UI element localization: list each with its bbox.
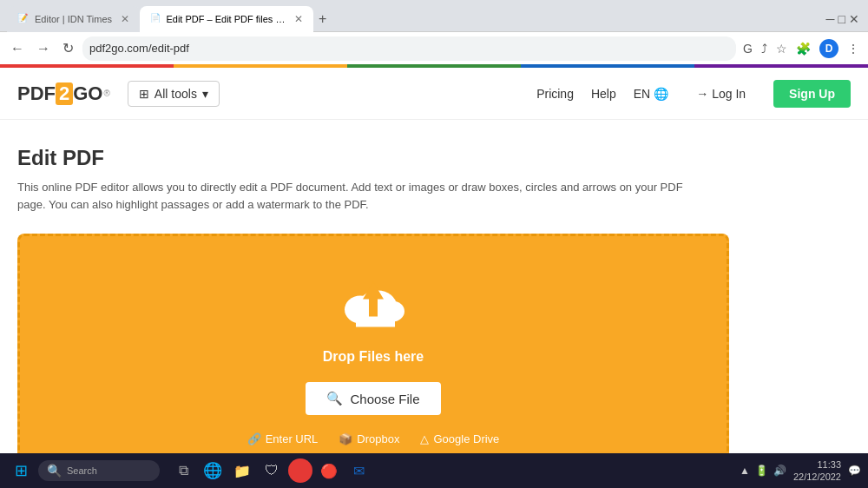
color-bar-red: [0, 64, 174, 68]
taskbar-app-edge[interactable]: 🌐: [200, 458, 226, 484]
tab-1[interactable]: 📝 Editor | IDN Times ✕: [7, 6, 140, 32]
windows-logo-icon: ⊞: [15, 461, 28, 480]
taskbar-date: 22/12/2022: [793, 471, 841, 483]
tab-1-favicon: 📝: [17, 13, 30, 25]
taskbar-search-icon: 🔍: [47, 464, 62, 478]
page-description: This online PDF editor allows you to dir…: [17, 179, 712, 213]
enter-url-link[interactable]: 🔗 Enter URL: [247, 432, 319, 445]
forward-button[interactable]: →: [33, 39, 54, 58]
reload-button[interactable]: ↻: [59, 38, 77, 58]
taskbar-search-text: Search: [67, 465, 97, 476]
taskbar-app-security[interactable]: 🛡: [259, 458, 285, 484]
taskbar-app-multiwindow[interactable]: ⧉: [170, 458, 196, 484]
color-bar-yellow: [174, 64, 347, 68]
search-icon: 🔍: [326, 391, 343, 406]
taskbar-search[interactable]: 🔍 Search: [38, 460, 160, 481]
logo-pdf: PDF: [17, 82, 56, 105]
taskbar-app-chrome[interactable]: 🔴: [316, 458, 342, 484]
extensions-icon[interactable]: 🧩: [794, 40, 812, 57]
tab-1-title: Editor | IDN Times: [35, 14, 112, 24]
page-title: Edit PDF: [17, 146, 816, 170]
maximize-button[interactable]: □: [837, 10, 847, 28]
google-drive-label: Google Drive: [433, 432, 499, 445]
help-link[interactable]: Help: [591, 87, 616, 101]
logo-2: 2: [56, 82, 73, 105]
taskbar-right: ▲ 🔋 🔊 11:33 22/12/2022 💬: [740, 458, 861, 484]
choose-file-label: Choose File: [350, 392, 419, 406]
taskbar: ⊞ 🔍 Search ⧉ 🌐 📁 🛡 🔴 ✉ ▲ 🔋 🔊 11:33 22/12…: [0, 453, 868, 488]
tab-2-close[interactable]: ✕: [294, 13, 303, 25]
taskbar-battery-icon[interactable]: 🔋: [755, 465, 768, 477]
taskbar-system-icons: ▲ 🔋 🔊: [740, 465, 786, 477]
dropbox-link[interactable]: 📦 Dropbox: [339, 432, 399, 445]
logo: PDF 2 GO ®: [17, 82, 110, 105]
chevron-down-icon: ▾: [202, 87, 208, 101]
lang-label: EN: [634, 87, 650, 101]
color-bar-purple: [694, 64, 868, 68]
notification-icon[interactable]: 💬: [848, 465, 861, 477]
tab-1-close[interactable]: ✕: [121, 13, 129, 25]
minimize-button[interactable]: ─: [825, 10, 837, 28]
dropbox-label: Dropbox: [357, 432, 399, 445]
taskbar-network-icon[interactable]: ▲: [740, 465, 750, 477]
tab-2-favicon: 📄: [150, 13, 161, 25]
signup-button[interactable]: Sign Up: [773, 80, 851, 108]
taskbar-app-1[interactable]: [288, 458, 312, 483]
upload-cloud-icon: [339, 271, 408, 332]
logo-go: GO: [73, 82, 102, 105]
address-bar: ← → ↻ G ⤴ ☆ 🧩 D ⋮: [0, 31, 868, 64]
profile-icon[interactable]: D: [818, 37, 840, 60]
drop-zone[interactable]: Drop Files here 🔍 Choose File 🔗 Enter UR…: [17, 234, 729, 483]
nav-links: Pricing Help EN 🌐 → Log In Sign Up: [536, 80, 851, 108]
taskbar-app-explorer[interactable]: 📁: [229, 458, 255, 484]
back-button[interactable]: ←: [7, 39, 28, 58]
browser-chrome: 📝 Editor | IDN Times ✕ 📄 Edit PDF – Edit…: [0, 0, 868, 64]
pricing-link[interactable]: Pricing: [536, 87, 574, 101]
address-input[interactable]: [82, 36, 736, 61]
taskbar-app-mail[interactable]: ✉: [345, 458, 372, 484]
login-icon: →: [696, 87, 708, 101]
grid-icon: ⊞: [139, 87, 149, 101]
browser-icons: G ⤴ ☆ 🧩 D ⋮: [741, 37, 861, 60]
google-drive-link[interactable]: △ Google Drive: [420, 432, 499, 445]
dropbox-icon: 📦: [339, 432, 352, 445]
color-bar: [0, 64, 868, 68]
source-links: 🔗 Enter URL 📦 Dropbox △ Google Drive: [247, 432, 500, 445]
taskbar-apps: ⧉ 🌐 📁 🛡 🔴 ✉: [163, 458, 736, 484]
tab-2-title: Edit PDF – Edit PDF files online: [166, 14, 286, 24]
more-options-icon[interactable]: ⋮: [845, 40, 861, 57]
google-icon[interactable]: G: [741, 40, 754, 57]
choose-file-button[interactable]: 🔍 Choose File: [306, 382, 440, 415]
color-bar-blue: [521, 64, 694, 68]
link-icon: 🔗: [247, 432, 261, 445]
new-tab-button[interactable]: +: [313, 11, 332, 27]
login-button[interactable]: → Log In: [686, 82, 756, 106]
language-selector[interactable]: EN 🌐: [634, 87, 668, 101]
drop-files-text: Drop Files here: [323, 349, 424, 365]
taskbar-time[interactable]: 11:33 22/12/2022: [793, 458, 841, 484]
logo-trademark: ®: [103, 89, 109, 98]
login-label: Log In: [712, 87, 746, 101]
start-button[interactable]: ⊞: [7, 457, 35, 485]
close-button[interactable]: ✕: [847, 10, 861, 28]
tab-2[interactable]: 📄 Edit PDF – Edit PDF files online ✕: [140, 6, 313, 32]
navbar: PDF 2 GO ® ⊞ All tools ▾ Pricing Help EN…: [0, 68, 868, 120]
profile-avatar: D: [819, 39, 838, 58]
globe-icon: 🌐: [654, 87, 668, 101]
taskbar-clock: 11:33: [793, 458, 841, 471]
tab-bar: 📝 Editor | IDN Times ✕ 📄 Edit PDF – Edit…: [0, 0, 868, 31]
enter-url-label: Enter URL: [266, 432, 319, 445]
all-tools-button[interactable]: ⊞ All tools ▾: [128, 81, 220, 107]
google-drive-icon: △: [420, 432, 429, 445]
color-bar-green: [347, 64, 521, 68]
bookmark-icon[interactable]: ☆: [774, 40, 789, 57]
app-container: PDF 2 GO ® ⊞ All tools ▾ Pricing Help EN…: [0, 64, 868, 488]
share-icon[interactable]: ⤴: [760, 40, 769, 57]
main-content: Edit PDF This online PDF editor allows y…: [0, 120, 833, 488]
taskbar-volume-icon[interactable]: 🔊: [773, 465, 786, 477]
all-tools-label: All tools: [155, 87, 197, 101]
